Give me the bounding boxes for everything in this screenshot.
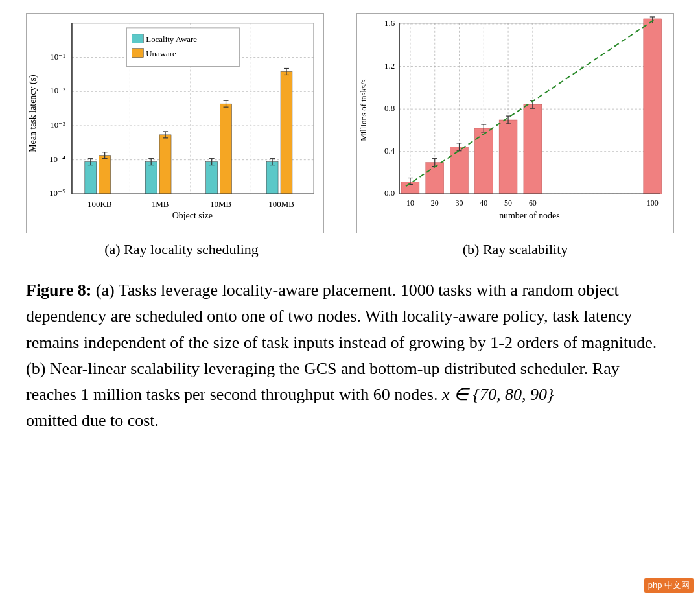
svg-text:20: 20 bbox=[431, 198, 439, 207]
svg-rect-84 bbox=[450, 147, 469, 194]
svg-rect-35 bbox=[206, 162, 218, 194]
chart-b-svg: 0.0 0.4 0.8 1.2 1.6 Millions of tasks/s … bbox=[356, 13, 674, 233]
svg-rect-23 bbox=[99, 156, 111, 194]
chart-b-xlabel: number of nodes bbox=[499, 211, 559, 220]
legend-aware-label: Locality Aware bbox=[146, 34, 197, 44]
svg-text:100: 100 bbox=[647, 198, 659, 207]
chart-a-caption: (a) Ray locality scheduling bbox=[104, 241, 259, 258]
svg-rect-47 bbox=[281, 71, 292, 194]
svg-text:10⁻⁴: 10⁻⁴ bbox=[49, 154, 65, 164]
svg-text:60: 60 bbox=[529, 198, 537, 207]
svg-rect-86 bbox=[499, 120, 517, 194]
svg-text:1.2: 1.2 bbox=[384, 61, 395, 71]
svg-text:10MB: 10MB bbox=[210, 199, 231, 209]
legend-unaware-label: Unaware bbox=[146, 49, 176, 58]
figures-row: 10⁻⁵ 10⁻⁴ 10⁻³ 10⁻² 10⁻¹ Mean task laten… bbox=[26, 13, 674, 258]
description-text2: omitted due to cost. bbox=[26, 411, 159, 430]
svg-rect-87 bbox=[524, 104, 542, 194]
svg-text:0.8: 0.8 bbox=[384, 103, 395, 113]
chart-b-caption: (b) Ray scalability bbox=[463, 241, 568, 258]
svg-text:0.0: 0.0 bbox=[384, 188, 395, 198]
figure-description: Figure 8: (a) Tasks leverage locality-aw… bbox=[26, 277, 674, 434]
svg-text:100MB: 100MB bbox=[268, 199, 294, 209]
svg-text:10: 10 bbox=[406, 198, 414, 207]
svg-rect-53 bbox=[132, 49, 143, 58]
svg-text:Mean task latency (s): Mean task latency (s) bbox=[28, 75, 38, 152]
svg-text:10⁻³: 10⁻³ bbox=[50, 120, 65, 130]
svg-text:Millions of tasks/s: Millions of tasks/s bbox=[358, 79, 368, 141]
description-text: (a) Tasks leverage locality-aware placem… bbox=[26, 281, 657, 404]
chart-a-svg: 10⁻⁵ 10⁻⁴ 10⁻³ 10⁻² 10⁻¹ Mean task laten… bbox=[26, 13, 324, 233]
svg-rect-43 bbox=[266, 162, 278, 194]
watermark: php 中文网 bbox=[644, 578, 694, 593]
svg-text:40: 40 bbox=[480, 198, 487, 207]
svg-rect-27 bbox=[145, 162, 157, 194]
svg-text:30: 30 bbox=[456, 198, 463, 207]
svg-text:0.4: 0.4 bbox=[384, 146, 395, 156]
figure-a-container: 10⁻⁵ 10⁻⁴ 10⁻³ 10⁻² 10⁻¹ Mean task laten… bbox=[26, 13, 337, 258]
chart-a-area: 10⁻⁵ 10⁻⁴ 10⁻³ 10⁻² 10⁻¹ Mean task laten… bbox=[26, 13, 337, 236]
svg-rect-52 bbox=[132, 34, 143, 43]
svg-text:1MB: 1MB bbox=[152, 199, 169, 209]
svg-rect-39 bbox=[220, 104, 232, 194]
figure-label: Figure 8: bbox=[26, 281, 91, 300]
svg-text:50: 50 bbox=[504, 198, 512, 207]
svg-text:10⁻²: 10⁻² bbox=[50, 86, 65, 95]
figure-b-container: 0.0 0.4 0.8 1.2 1.6 Millions of tasks/s … bbox=[356, 13, 674, 258]
svg-rect-31 bbox=[159, 135, 171, 194]
svg-text:1.6: 1.6 bbox=[384, 18, 395, 28]
math-expression: x ∈ {70, 80, 90} bbox=[442, 385, 554, 404]
svg-rect-19 bbox=[85, 162, 97, 194]
svg-rect-88 bbox=[644, 19, 662, 194]
svg-text:10⁻⁵: 10⁻⁵ bbox=[49, 188, 65, 198]
svg-text:Object size: Object size bbox=[172, 211, 213, 220]
svg-text:10⁻¹: 10⁻¹ bbox=[50, 52, 65, 62]
svg-text:100KB: 100KB bbox=[88, 199, 111, 209]
chart-b-area: 0.0 0.4 0.8 1.2 1.6 Millions of tasks/s … bbox=[356, 13, 674, 236]
